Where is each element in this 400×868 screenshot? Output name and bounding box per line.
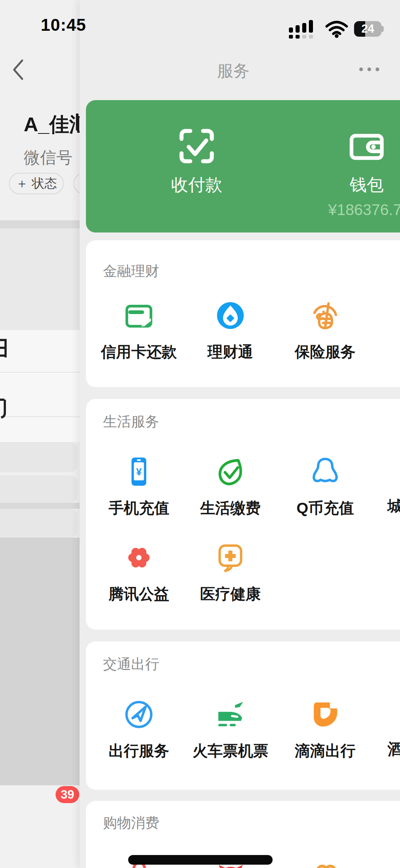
city-services-label: 城 xyxy=(387,498,400,515)
medical-item[interactable]: 医疗健康 xyxy=(191,540,269,604)
wechat-id-text: 微信号：J xyxy=(24,147,80,169)
credit-card-repay-label: 信用卡还款 xyxy=(101,342,177,362)
insurance-item[interactable]: 保险服务 xyxy=(286,298,364,362)
wallet-label: 钱包 xyxy=(350,174,384,197)
wallet-button[interactable]: 钱包 xyxy=(319,125,400,197)
utilities-icon xyxy=(213,454,248,489)
profile-name-clipped-fragment xyxy=(76,113,79,131)
utilities-item[interactable]: 生活缴费 xyxy=(191,454,269,518)
transport-section-title: 交通出行 xyxy=(103,655,159,674)
life-section-title: 生活服务 xyxy=(103,412,159,431)
phone-recharge-label: 手机充值 xyxy=(109,498,169,518)
add-status-label: ＋ 状态 xyxy=(16,175,57,192)
back-button[interactable] xyxy=(10,58,26,82)
battery-icon: 24 xyxy=(354,21,384,37)
second-pill-clipped[interactable] xyxy=(73,173,80,194)
dimmed-card-row xyxy=(0,475,77,503)
finance-section-card: 金融理财 信用卡还款 理财通 xyxy=(86,240,400,387)
clipped-row-glyph-fragment xyxy=(0,397,7,419)
mobility-item[interactable]: 出行服务 xyxy=(100,697,178,761)
phone-recharge-item[interactable]: ¥ 手机充值 xyxy=(100,454,178,518)
page-title: 服务 xyxy=(191,60,276,82)
charity-label: 腾讯公益 xyxy=(109,584,169,604)
dimmed-backdrop xyxy=(0,538,80,785)
hotel-label: 酒 xyxy=(387,740,400,758)
more-dot xyxy=(367,67,371,71)
more-dot xyxy=(376,67,379,71)
wallet-balance: ¥186376.79 xyxy=(308,201,400,219)
mobility-label: 出行服务 xyxy=(109,741,169,761)
wifi-icon xyxy=(325,20,348,38)
qcoin-item[interactable]: Q币充值 xyxy=(286,454,364,518)
payments-wallet-card: 收付款 钱包 ¥186376.79 xyxy=(86,100,400,232)
city-services-item-clipped[interactable]: 城 xyxy=(387,496,400,516)
dimmed-row-zone xyxy=(0,228,80,330)
shopping-section-title: 购物消费 xyxy=(103,813,159,832)
battery-body: 24 xyxy=(354,21,381,37)
status-icons: 24 xyxy=(288,19,384,39)
medical-icon xyxy=(213,540,248,575)
transport-section-card: 交通出行 出行服务 火车票机票 xyxy=(86,641,400,790)
status-time: 10:45 xyxy=(41,15,86,35)
scan-pay-icon xyxy=(176,125,217,167)
wallet-icon xyxy=(346,125,387,167)
profile-page-underlay: A_佳汇 微信号：J ＋ 状态 通讯录 39 xyxy=(0,0,80,868)
clipped-row-glyph-fragment xyxy=(0,338,8,360)
dimmed-card-row xyxy=(0,442,77,472)
more-button[interactable] xyxy=(359,67,379,71)
train-flight-icon xyxy=(213,697,248,732)
profile-name: A_佳汇 xyxy=(24,111,80,138)
more-dot xyxy=(359,67,363,71)
qcoin-penguin-icon xyxy=(308,454,343,489)
svg-text:¥: ¥ xyxy=(136,466,141,478)
rabbit-ears-icon[interactable] xyxy=(308,859,343,868)
train-flight-label: 火车票机票 xyxy=(193,741,269,761)
utilities-label: 生活缴费 xyxy=(200,498,261,518)
didi-icon xyxy=(308,697,343,732)
money-label: 收付款 xyxy=(171,174,222,197)
qcoin-label: Q币充值 xyxy=(297,498,354,518)
cellular-signal-icon xyxy=(288,19,319,39)
dimmed-card-row xyxy=(0,509,77,538)
didi-item[interactable]: 滴滴出行 xyxy=(286,697,364,761)
row-divider xyxy=(0,372,80,373)
licaitong-item[interactable]: 理财通 xyxy=(191,298,269,362)
train-flight-item[interactable]: 火车票机票 xyxy=(191,697,269,761)
section-gap-band xyxy=(0,503,80,509)
licaitong-icon xyxy=(213,298,248,333)
credit-card-repay-item[interactable]: 信用卡还款 xyxy=(100,298,178,362)
menu-rows-zone xyxy=(0,330,80,442)
medical-label: 医疗健康 xyxy=(200,584,261,604)
back-chevron-icon xyxy=(11,59,24,81)
hotel-item-clipped[interactable]: 酒 xyxy=(387,739,400,759)
life-section-card: 生活服务 ¥ 手机充值 生活缴费 Q币充值 xyxy=(86,399,400,630)
charity-flower-icon xyxy=(121,540,156,575)
mobility-icon xyxy=(121,697,156,732)
finance-section-title: 金融理财 xyxy=(103,262,159,281)
phone-recharge-icon: ¥ xyxy=(121,454,156,489)
contacts-unread-badge: 39 xyxy=(56,786,79,803)
money-button[interactable]: 收付款 xyxy=(149,125,245,197)
charity-item[interactable]: 腾讯公益 xyxy=(100,540,178,604)
battery-percent: 24 xyxy=(354,21,381,37)
credit-card-icon xyxy=(121,298,156,333)
add-status-button[interactable]: ＋ 状态 xyxy=(9,173,64,194)
insurance-icon xyxy=(308,298,343,333)
insurance-label: 保险服务 xyxy=(295,342,356,362)
row-divider xyxy=(0,416,80,417)
services-panel: 收付款 钱包 ¥186376.79 金融理财 信用卡还款 xyxy=(80,0,400,868)
home-indicator[interactable] xyxy=(128,855,273,865)
battery-nub xyxy=(381,26,384,32)
section-gap-band xyxy=(0,220,80,228)
didi-label: 滴滴出行 xyxy=(295,741,356,761)
licaitong-label: 理财通 xyxy=(208,342,253,362)
